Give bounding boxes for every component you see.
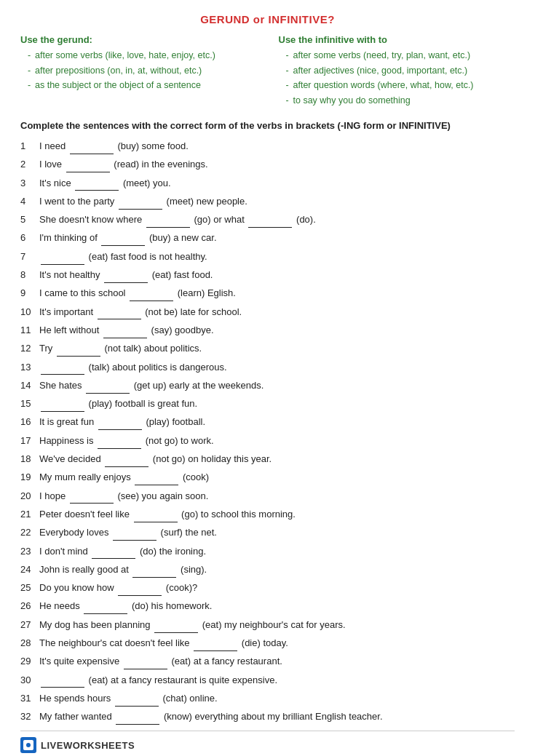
exercise-item-13: 13 (talk) about politics is dangerous.	[20, 359, 515, 375]
exercise-text-23: I don't mind (do) the ironing.	[39, 544, 515, 560]
exercise-item-12: 12Try (not talk) about politics.	[20, 341, 515, 357]
answer-blank	[124, 653, 167, 669]
footer-divider	[20, 731, 515, 731]
exercise-item-2: 2I love (read) in the evenings.	[20, 156, 515, 172]
infinitive-heading: Use the infinitive with to	[279, 34, 515, 45]
exercise-text-20: I hope (see) you again soon.	[39, 488, 515, 504]
exercise-number-6: 6	[20, 231, 39, 246]
answer-blank	[84, 598, 127, 614]
exercise-number-13: 13	[20, 360, 39, 375]
liveworksheets-logo	[20, 737, 36, 753]
exercise-item-31: 31He spends hours (chat) online.	[20, 691, 515, 707]
exercise-number-29: 29	[20, 654, 39, 669]
exercise-item-15: 15 (play) football is great fun.	[20, 396, 515, 412]
exercise-text-3: It's nice (meet) you.	[39, 175, 515, 191]
exercise-text-1: I need (buy) some food.	[39, 138, 515, 154]
exercise-number-22: 22	[20, 525, 39, 541]
infinitive-rule-4: to say why you do something	[286, 93, 515, 108]
exercise-number-31: 31	[20, 691, 39, 707]
exercise-text-27: My dog has been planning (eat) my neighb…	[39, 617, 515, 633]
gerund-rules-list: after some verbs (like, love, hate, enjo…	[20, 48, 257, 93]
footer: LIVEWORKSHEETS	[20, 737, 515, 753]
exercise-number-11: 11	[20, 323, 39, 338]
answer-blank	[135, 469, 178, 485]
exercise-number-24: 24	[20, 562, 39, 578]
answer-blank	[130, 285, 173, 301]
exercise-text-8: It's not healthy (eat) fast food.	[39, 267, 515, 283]
answer-blank	[113, 525, 156, 541]
answer-blank	[86, 378, 130, 394]
exercise-number-10: 10	[20, 305, 39, 320]
exercise-number-23: 23	[20, 544, 39, 560]
answer-blank	[248, 212, 292, 228]
exercise-number-25: 25	[20, 581, 39, 596]
exercise-text-6: I'm thinking of (buy) a new car.	[39, 230, 515, 246]
exercise-text-15: (play) football is great fun.	[39, 396, 515, 412]
exercise-number-16: 16	[20, 415, 39, 430]
brand-name: LIVEWORKSHEETS	[41, 740, 135, 751]
exercise-number-20: 20	[20, 489, 39, 504]
answer-blank	[104, 267, 148, 283]
exercise-text-24: John is really good at (sing).	[39, 562, 515, 578]
exercise-number-2: 2	[20, 157, 39, 172]
exercise-number-4: 4	[20, 194, 39, 210]
exercise-item-14: 14She hates (get up) early at the weeken…	[20, 378, 515, 394]
exercise-item-24: 24John is really good at (sing).	[20, 562, 515, 578]
answer-blank	[70, 138, 114, 154]
exercise-number-19: 19	[20, 470, 39, 485]
exercise-item-17: 17Happiness is (not go) to work.	[20, 433, 515, 449]
exercise-item-32: 32My father wanted (know) everything abo…	[20, 709, 515, 725]
exercise-item-25: 25Do you know how (cook)?	[20, 580, 515, 596]
exercise-text-13: (talk) about politics is dangerous.	[39, 359, 515, 375]
exercise-number-28: 28	[20, 636, 39, 651]
exercise-text-31: He spends hours (chat) online.	[39, 691, 515, 707]
exercise-text-7: (eat) fast food is not healthy.	[39, 249, 515, 265]
exercise-text-32: My father wanted (know) everything about…	[39, 709, 515, 725]
answer-blank	[101, 230, 145, 246]
answer-blank	[98, 414, 142, 430]
exercise-item-22: 22Everybody loves (surf) the net.	[20, 525, 515, 541]
exercise-item-3: 3It's nice (meet) you.	[20, 175, 515, 191]
answer-blank	[146, 212, 190, 228]
exercise-item-30: 30 (eat) at a fancy restaurant is quite …	[20, 672, 515, 688]
answer-blank	[98, 433, 141, 449]
exercise-number-18: 18	[20, 452, 39, 467]
exercise-item-20: 20I hope (see) you again soon.	[20, 488, 515, 504]
exercise-item-18: 18We've decided (not go) on holiday this…	[20, 451, 515, 467]
answer-blank	[105, 451, 148, 467]
exercise-item-4: 4I went to the party (meet) new people.	[20, 194, 515, 210]
gerund-rule-2: after prepositions (on, in, at, without,…	[28, 63, 257, 79]
logo-inner	[23, 740, 33, 750]
instruction: Complete the sentences with the correct …	[20, 119, 515, 133]
gerund-rule-3: as the subject or the object of a senten…	[28, 78, 257, 93]
exercise-number-32: 32	[20, 709, 39, 725]
exercise-number-17: 17	[20, 434, 39, 449]
exercise-text-30: (eat) at a fancy restaurant is quite exp…	[39, 672, 515, 688]
exercise-item-8: 8It's not healthy (eat) fast food.	[20, 267, 515, 283]
answer-blank	[119, 194, 162, 210]
exercise-text-11: He left without (say) goodbye.	[39, 322, 515, 338]
answer-blank	[134, 506, 178, 522]
infinitive-rule-1: after some verbs (need, try, plan, want,…	[286, 48, 515, 63]
exercise-text-4: I went to the party (meet) new people.	[39, 194, 515, 210]
answer-blank	[92, 544, 135, 560]
gerund-heading: Use the gerund:	[20, 34, 257, 45]
exercise-text-2: I love (read) in the evenings.	[39, 156, 515, 172]
answer-blank	[41, 249, 84, 265]
exercise-item-16: 16It is great fun (play) football.	[20, 414, 515, 430]
exercise-number-7: 7	[20, 250, 39, 265]
answer-blank	[41, 359, 84, 375]
exercise-number-12: 12	[20, 341, 39, 357]
exercise-text-16: It is great fun (play) football.	[39, 414, 515, 430]
exercise-item-5: 5She doesn't know where (go) or what (do…	[20, 212, 515, 228]
exercise-text-19: My mum really enjoys (cook)	[39, 469, 515, 485]
exercise-item-23: 23I don't mind (do) the ironing.	[20, 544, 515, 560]
answer-blank	[57, 341, 100, 357]
answer-blank	[194, 635, 237, 651]
exercise-text-25: Do you know how (cook)?	[39, 580, 515, 596]
exercise-text-29: It's quite expensive (eat) at a fancy re…	[39, 653, 515, 669]
exercise-text-17: Happiness is (not go) to work.	[39, 433, 515, 449]
answer-blank	[116, 709, 159, 725]
answer-blank	[132, 562, 176, 578]
answer-blank	[41, 672, 84, 688]
